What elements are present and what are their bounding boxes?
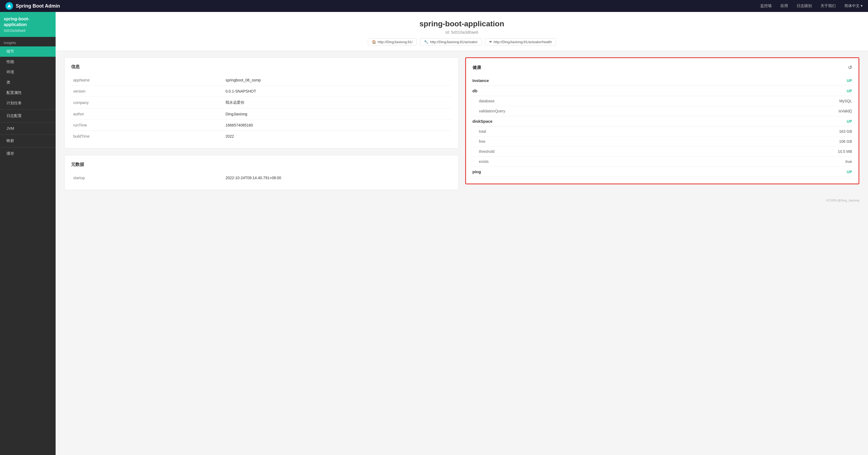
health-sub-key: free: [472, 139, 486, 144]
sidebar-item-environment[interactable]: 环境: [0, 67, 56, 77]
health-sections: Instance UP db UP database MySQL validat…: [472, 76, 852, 177]
page-link-health-text: http://DingJiaxiong:81/actuator/health: [494, 40, 552, 44]
health-section-header: Instance UP: [472, 76, 852, 86]
info-row: appNamespringboot_08_ssmp: [71, 75, 452, 86]
info-card-title-text: 信息: [71, 64, 80, 70]
page-link-health[interactable]: ❤ http://DingJiaxiong:81/actuator/health: [485, 38, 556, 46]
page-link-home[interactable]: 🏠 http://DingJiaxiong:81/: [368, 38, 417, 46]
health-sub-value: true: [845, 159, 852, 164]
info-key: runTime: [71, 120, 223, 131]
health-section-status: UP: [847, 170, 852, 174]
health-card: 健康 ↺ Instance UP db UP database MySQL va…: [465, 57, 860, 184]
sidebar-app-id: 5d310a3d0ae6: [4, 29, 52, 33]
meta-card-title: 元数据: [71, 162, 452, 168]
sidebar: spring-boot-application 5d310a3d0ae6 Ins…: [0, 12, 56, 455]
sidebar-item-log-config[interactable]: 日志配置: [0, 111, 56, 121]
info-value: springboot_08_ssmp: [223, 75, 452, 86]
brand: Spring Boot Admin: [5, 2, 760, 10]
health-section-status: UP: [847, 119, 852, 123]
page-title: spring-boot-application: [61, 20, 863, 28]
health-sub-key: threshold: [472, 149, 495, 154]
health-sub-key: validationQuery: [472, 109, 505, 113]
page-links: 🏠 http://DingJiaxiong:81/ 🔧 http://DingJ…: [61, 38, 863, 46]
info-key: company: [71, 97, 223, 109]
nav-about[interactable]: 关于我们: [820, 3, 836, 8]
info-row: company我永远爱你: [71, 97, 452, 109]
sidebar-item-mappings[interactable]: 映射: [0, 136, 56, 146]
svg-marker-0: [7, 4, 11, 7]
sidebar-item-performance[interactable]: 性能: [0, 57, 56, 67]
health-section-header: ping UP: [472, 167, 852, 177]
health-section-label: ping: [472, 169, 481, 174]
page-link-home-text: http://DingJiaxiong:81/: [378, 40, 413, 44]
sidebar-item-config-props[interactable]: 配置属性: [0, 88, 56, 98]
health-sub-value: 106 GB: [839, 139, 852, 144]
health-sub-value: isValid(): [838, 109, 852, 113]
info-key: appName: [71, 75, 223, 86]
brand-name: Spring Boot Admin: [16, 3, 60, 9]
refresh-icon[interactable]: ↺: [848, 65, 852, 70]
health-section-label: db: [472, 88, 477, 93]
sidebar-item-scheduled-tasks[interactable]: 计划任务: [0, 98, 56, 108]
health-section-status: UP: [847, 79, 852, 83]
meta-value: 2022-10-24T09:14:40.791+08:00: [223, 172, 452, 183]
info-key: buildTime: [71, 131, 223, 142]
nav-apps[interactable]: 应用: [780, 3, 788, 8]
health-sub-value: 163 GB: [839, 129, 852, 134]
nav-monitor[interactable]: 监控墙: [760, 3, 772, 8]
health-sub-row: validationQuery isValid(): [472, 106, 852, 116]
page-subtitle: Id: 5d310a3d0ae6: [61, 30, 863, 34]
health-section-label: Instance: [472, 78, 489, 83]
sidebar-item-details[interactable]: 细节: [0, 47, 56, 57]
insights-label: Insights: [0, 37, 56, 47]
info-table: appNamespringboot_08_ssmpversion0.0.1-SN…: [71, 75, 452, 142]
footer-text: ©CSDN @Ding_Jiaxiong: [826, 199, 859, 202]
sidebar-app-name: spring-boot-application: [4, 16, 52, 28]
info-value: DingJiaxiong: [223, 109, 452, 120]
sidebar-item-cache[interactable]: 缓存: [0, 148, 56, 159]
heart-icon: ❤: [489, 40, 492, 44]
info-key: version: [71, 86, 223, 97]
home-icon: 🏠: [372, 40, 376, 44]
info-row: runTime1666574085160: [71, 120, 452, 131]
health-sub-row: total 163 GB: [472, 126, 852, 137]
page-link-actuator-text: http://DingJiaxiong:81/actuator: [430, 40, 478, 44]
meta-table: startup2022-10-24T09:14:40.791+08:00: [71, 172, 452, 183]
sidebar-item-classes[interactable]: 类: [0, 77, 56, 88]
meta-card: 元数据 startup2022-10-24T09:14:40.791+08:00: [64, 155, 459, 190]
health-card-title: 健康 ↺: [472, 65, 852, 70]
sidebar-app-info: spring-boot-application 5d310a3d0ae6: [0, 12, 56, 37]
info-card: 信息 appNamespringboot_08_ssmpversion0.0.1…: [64, 57, 459, 148]
health-sub-key: exists: [472, 159, 489, 164]
left-column: 信息 appNamespringboot_08_ssmpversion0.0.1…: [64, 57, 459, 190]
nav-language[interactable]: 简体中文 ▾: [844, 3, 863, 8]
health-section-status: UP: [847, 89, 852, 93]
health-sub-key: database: [472, 99, 495, 103]
info-key: author: [71, 109, 223, 120]
main-content: spring-boot-application Id: 5d310a3d0ae6…: [56, 12, 868, 455]
info-row: authorDingJiaxiong: [71, 109, 452, 120]
health-sub-value: MySQL: [839, 99, 852, 103]
brand-logo: [5, 2, 13, 10]
health-section-header: diskSpace UP: [472, 116, 852, 126]
sidebar-item-jvm[interactable]: JVM: [0, 123, 56, 133]
health-section-header: db UP: [472, 86, 852, 96]
health-section-label: diskSpace: [472, 119, 493, 123]
page-link-actuator[interactable]: 🔧 http://DingJiaxiong:81/actuator: [420, 38, 482, 46]
health-sub-key: total: [472, 129, 486, 134]
health-sub-row: database MySQL: [472, 96, 852, 106]
health-card-title-text: 健康: [472, 65, 481, 70]
health-sub-row: threshold 10.5 MB: [472, 147, 852, 157]
right-column: 健康 ↺ Instance UP db UP database MySQL va…: [465, 57, 860, 190]
info-value: 2022: [223, 131, 452, 142]
meta-row: startup2022-10-24T09:14:40.791+08:00: [71, 172, 452, 183]
footer: ©CSDN @Ding_Jiaxiong: [56, 197, 868, 204]
info-row: buildTime2022: [71, 131, 452, 142]
sidebar-divider-2: [0, 122, 56, 122]
info-value: 0.0.1-SNAPSHOT: [223, 86, 452, 97]
info-row: version0.0.1-SNAPSHOT: [71, 86, 452, 97]
info-card-title: 信息: [71, 64, 452, 70]
wrench-icon: 🔧: [424, 40, 428, 44]
nav-log-level[interactable]: 日志级别: [797, 3, 812, 8]
topnav-links: 监控墙 应用 日志级别 关于我们 简体中文 ▾: [760, 3, 863, 8]
